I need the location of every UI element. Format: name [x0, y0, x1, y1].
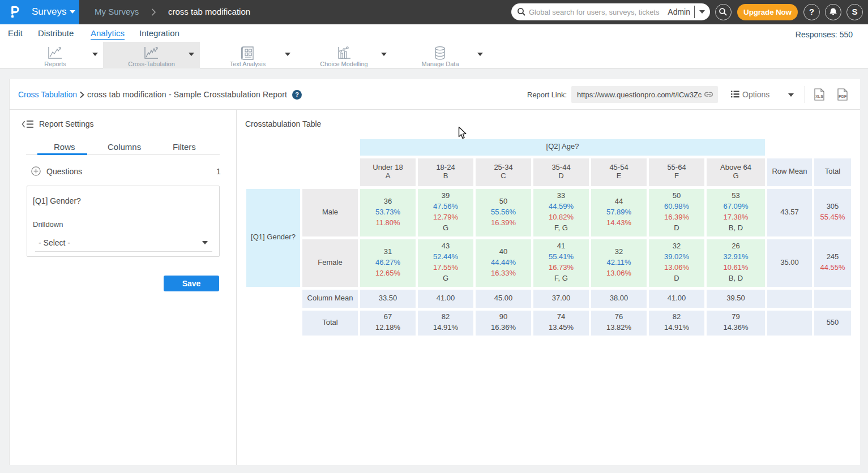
- svg-text:PDF: PDF: [839, 94, 847, 98]
- svg-text:XLS: XLS: [815, 94, 823, 98]
